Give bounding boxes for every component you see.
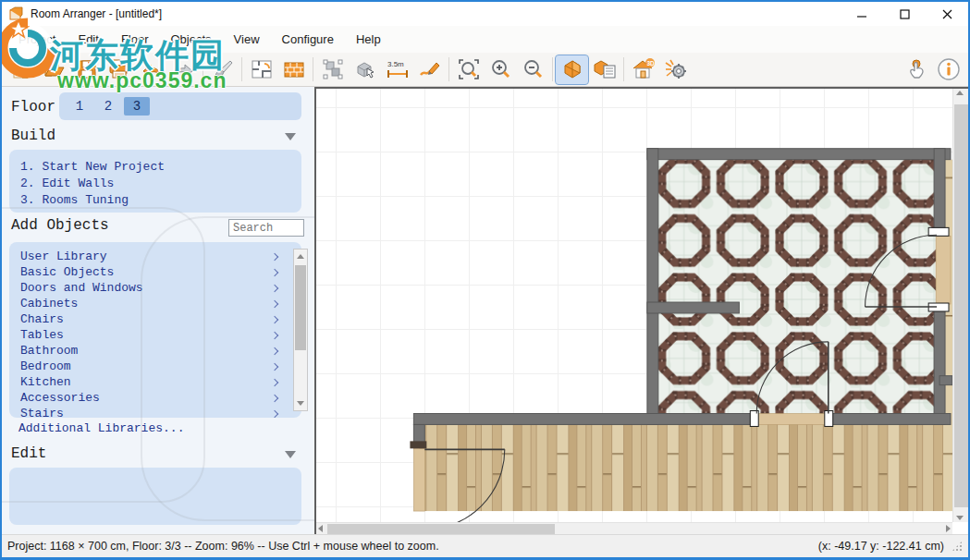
menu-view[interactable]: View	[223, 29, 271, 50]
chevron-right-icon	[271, 347, 278, 354]
house-3d-button[interactable]: 3D	[627, 55, 659, 84]
floor-tab-2[interactable]: 2	[95, 97, 121, 116]
canvas-area	[314, 87, 968, 534]
edit-collapse-icon[interactable]	[285, 451, 296, 458]
resize-grip[interactable]	[952, 541, 963, 552]
window-title: Room Arranger - [untitled*]	[31, 7, 162, 20]
select-3d-button[interactable]	[349, 55, 381, 84]
draw-walls-button[interactable]	[277, 55, 310, 84]
undo-button[interactable]	[135, 55, 167, 84]
category-bathroom[interactable]: Bathroom	[9, 343, 301, 359]
open-button[interactable]	[38, 55, 70, 84]
measure-button[interactable]: 3.5m	[381, 55, 413, 84]
wood-room-floor	[419, 419, 952, 511]
maximize-button[interactable]	[883, 2, 926, 26]
sketch-pen-icon	[418, 58, 442, 80]
canvas-vertical-scrollbar[interactable]	[952, 89, 968, 522]
scroll-up-button[interactable]	[956, 91, 964, 95]
zoom-in-button[interactable]	[485, 55, 517, 84]
floor-plan-button[interactable]	[245, 55, 277, 84]
minimize-button[interactable]	[841, 2, 883, 26]
format-brush-button[interactable]	[206, 55, 239, 84]
build-step-2[interactable]: 2. Edit Walls	[20, 176, 165, 192]
object-list-scrollbar[interactable]	[293, 249, 308, 411]
status-project-info: Project: 1168 × 700 cm, Floor: 3/3 -- Zo…	[7, 540, 439, 553]
category-accessories[interactable]: Accessories	[9, 390, 301, 406]
menubar: Project Edit Floor Objects View Configur…	[2, 26, 968, 53]
canvas-horizontal-scrollbar[interactable]	[316, 522, 952, 534]
floor-label: Floor	[11, 99, 55, 116]
menu-configure[interactable]: Configure	[271, 29, 345, 50]
object-category-list: User Library Basic Objects Doors and Win…	[9, 242, 301, 418]
floor-tab-1[interactable]: 1	[67, 97, 92, 116]
toolbar: 3.5m	[2, 53, 968, 87]
toolbar-separator	[203, 57, 203, 81]
status-cursor-coordinates: (x: -49.17 y: -122.41 cm)	[818, 540, 944, 553]
chevron-right-icon	[271, 378, 278, 385]
additional-libraries-link[interactable]: Additional Libraries...	[18, 421, 184, 435]
print-button[interactable]	[103, 55, 135, 84]
select-objects-button[interactable]	[316, 55, 349, 84]
category-tables[interactable]: Tables	[9, 327, 301, 343]
category-stairs[interactable]: Stairs	[9, 406, 301, 418]
scrollbar-thumb[interactable]	[327, 524, 555, 534]
arrow-left-icon	[318, 525, 323, 532]
select-objects-icon	[321, 58, 345, 80]
scrollbar-thumb[interactable]	[954, 104, 968, 507]
app-icon	[9, 6, 24, 21]
menu-objects[interactable]: Objects	[160, 29, 223, 50]
scroll-left-button[interactable]	[318, 525, 323, 532]
menu-edit[interactable]: Edit	[67, 29, 109, 50]
build-step-3[interactable]: 3. Rooms Tuning	[20, 192, 165, 209]
new-button[interactable]	[6, 55, 38, 84]
touch-mode-button[interactable]	[900, 55, 932, 84]
chevron-right-icon	[271, 299, 278, 307]
info-button[interactable]	[932, 55, 964, 84]
category-user-library[interactable]: User Library	[9, 249, 301, 264]
view-3d-button[interactable]	[556, 55, 588, 84]
brick-wall-icon	[282, 58, 306, 80]
print-icon	[107, 58, 131, 80]
sketch-button[interactable]	[413, 55, 446, 84]
view-3d-with-list-button[interactable]	[588, 55, 620, 84]
close-icon	[942, 9, 952, 19]
menu-project[interactable]: Project	[7, 29, 67, 50]
save-button[interactable]	[70, 55, 103, 84]
category-basic-objects[interactable]: Basic Objects	[9, 264, 301, 280]
menu-help[interactable]: Help	[345, 29, 392, 50]
zoom-in-icon	[489, 57, 513, 81]
house-3d-badge: 3D	[646, 60, 655, 67]
scroll-right-button[interactable]	[946, 525, 951, 532]
scroll-down-button[interactable]	[294, 396, 307, 410]
search-input[interactable]	[228, 219, 304, 237]
scroll-up-button[interactable]	[294, 250, 307, 263]
floor-tab-3[interactable]: 3	[124, 97, 150, 116]
zoom-to-fit-button[interactable]	[452, 55, 485, 84]
category-kitchen[interactable]: Kitchen	[9, 374, 301, 390]
category-bedroom[interactable]: Bedroom	[9, 359, 301, 374]
edit-panel	[9, 468, 301, 525]
scroll-down-button[interactable]	[956, 516, 964, 520]
floor-plan-canvas[interactable]	[316, 89, 952, 522]
category-chairs[interactable]: Chairs	[9, 311, 301, 327]
menu-floor[interactable]: Floor	[110, 29, 160, 50]
chevron-right-icon	[271, 409, 278, 417]
build-step-1[interactable]: 1. Start New Project	[20, 159, 165, 176]
build-collapse-icon[interactable]	[285, 133, 296, 140]
close-button[interactable]	[926, 2, 968, 26]
build-steps: 1. Start New Project 2. Edit Walls 3. Ro…	[20, 159, 165, 209]
chevron-right-icon	[271, 315, 278, 323]
scrollbar-thumb[interactable]	[295, 265, 306, 350]
hand-pointer-icon	[904, 57, 928, 81]
sidebar: Floor 1 2 3 Build 1. Start New Project 2…	[2, 87, 314, 534]
zoom-out-button[interactable]	[517, 55, 549, 84]
redo-button[interactable]	[167, 55, 200, 84]
toolbar-separator	[623, 57, 624, 81]
measure-icon: 3.5m	[385, 58, 411, 80]
chevron-right-icon	[271, 284, 278, 291]
chevron-right-icon	[271, 252, 278, 260]
house-3d-icon: 3D	[631, 57, 657, 81]
category-doors-and-windows[interactable]: Doors and Windows	[9, 280, 301, 296]
category-cabinets[interactable]: Cabinets	[9, 296, 301, 311]
explode-view-button[interactable]	[659, 55, 692, 84]
